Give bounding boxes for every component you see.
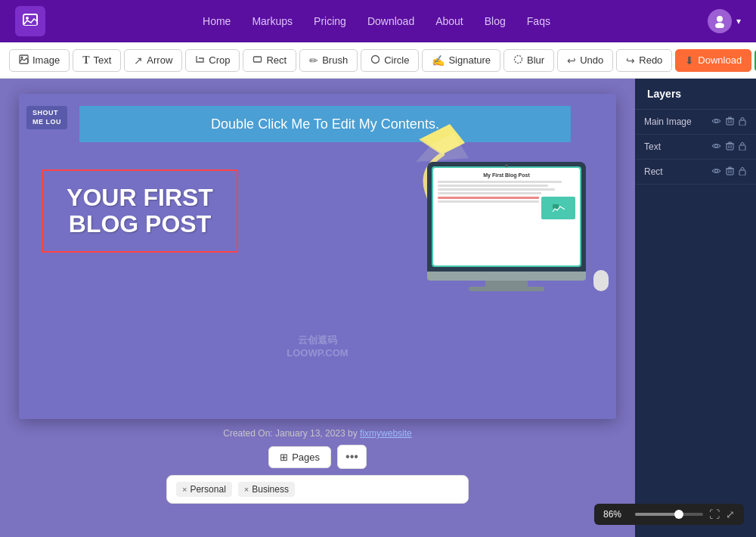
tag-personal[interactable]: × Personal bbox=[176, 482, 232, 497]
svg-point-15 bbox=[715, 120, 718, 123]
layer-actions-text bbox=[711, 141, 747, 153]
layer-rect[interactable]: Rect bbox=[635, 160, 756, 185]
nav-faqs[interactable]: Faqs bbox=[527, 15, 550, 27]
svg-rect-14 bbox=[553, 204, 559, 209]
logo[interactable] bbox=[15, 6, 45, 36]
redo-button[interactable]: ↪ Redo bbox=[616, 49, 672, 72]
svg-point-2 bbox=[717, 16, 723, 22]
layer-actions-main bbox=[711, 116, 747, 128]
text-line2: BLOG POST bbox=[69, 211, 211, 237]
user-menu[interactable]: ▾ bbox=[708, 9, 741, 33]
arrow-label: Arrow bbox=[147, 54, 172, 66]
pages-label: Pages bbox=[292, 452, 320, 463]
svg-rect-16 bbox=[727, 119, 733, 125]
eye-icon[interactable] bbox=[711, 116, 722, 127]
layer-main-image[interactable]: Main Image bbox=[635, 110, 756, 135]
nav-blog[interactable]: Blog bbox=[485, 15, 506, 27]
text-label: Text bbox=[93, 54, 111, 66]
svg-point-3 bbox=[715, 23, 724, 28]
close-icon[interactable]: × bbox=[244, 485, 249, 494]
undo-button[interactable]: ↩ Undo bbox=[557, 49, 613, 72]
eye-icon[interactable] bbox=[711, 166, 722, 177]
arrow-icon: ↗ bbox=[134, 54, 143, 67]
trash-icon[interactable] bbox=[725, 166, 735, 178]
undo-icon: ↩ bbox=[567, 54, 576, 67]
blur-tool[interactable]: Blur bbox=[503, 49, 554, 72]
close-icon[interactable]: × bbox=[182, 485, 187, 494]
svg-rect-23 bbox=[727, 144, 733, 150]
avatar bbox=[708, 9, 732, 33]
tag-personal-label: Personal bbox=[190, 484, 225, 495]
zoom-track bbox=[635, 513, 676, 516]
nav-home[interactable]: Home bbox=[203, 15, 231, 27]
pages-button[interactable]: ⊞ Pages bbox=[268, 446, 331, 468]
download-button[interactable]: ⬇ Download bbox=[675, 49, 751, 72]
text-tool[interactable]: T Text bbox=[73, 49, 121, 72]
redo-label: Redo bbox=[639, 54, 662, 66]
download-label: Download bbox=[698, 54, 742, 66]
signature-icon: ✍ bbox=[432, 54, 445, 67]
layer-name-main: Main Image bbox=[644, 116, 711, 127]
brush-tool[interactable]: ✏ Brush bbox=[299, 49, 358, 72]
redo-icon: ↪ bbox=[626, 54, 635, 67]
tag-business[interactable]: × Business bbox=[238, 482, 295, 497]
canvas[interactable]: SHOUT ME LOU Double Click Me To Edit My … bbox=[19, 94, 616, 419]
image-label: Image bbox=[33, 54, 60, 66]
tag-business-label: Business bbox=[252, 484, 289, 495]
layer-actions-rect bbox=[711, 166, 747, 178]
crop-tool[interactable]: Crop bbox=[185, 49, 240, 72]
svg-rect-4 bbox=[20, 55, 28, 64]
nav-markups[interactable]: Markups bbox=[252, 15, 293, 27]
canvas-footer: Created On: January 13, 2023 by fixmyweb… bbox=[223, 428, 411, 439]
footer-link[interactable]: fixmywebsite bbox=[360, 428, 412, 439]
expand-icon[interactable]: ⛶ bbox=[709, 508, 720, 520]
nav-pricing[interactable]: Pricing bbox=[314, 15, 346, 27]
nav-download[interactable]: Download bbox=[367, 15, 414, 27]
toolbar: Image T Text ↗ Arrow Crop Rect ✏ Brush C… bbox=[0, 42, 756, 79]
nav-links: Home Markups Pricing Download About Blog… bbox=[203, 15, 550, 27]
svg-point-7 bbox=[372, 55, 380, 63]
pages-row: ⊞ Pages ••• bbox=[268, 445, 367, 469]
layer-name-text: Text bbox=[644, 141, 711, 152]
trash-icon[interactable] bbox=[725, 141, 735, 153]
zoom-slider[interactable] bbox=[635, 513, 703, 516]
circle-tool[interactable]: Circle bbox=[361, 49, 419, 72]
text-line1: YOUR FIRST bbox=[67, 185, 213, 211]
canvas-logo: SHOUT ME LOU bbox=[26, 106, 67, 129]
arrow-tool[interactable]: ↗ Arrow bbox=[124, 49, 182, 72]
fullscreen-icon[interactable]: ⤢ bbox=[726, 508, 735, 520]
eye-icon[interactable] bbox=[711, 141, 722, 152]
rect-tool[interactable]: Rect bbox=[243, 49, 296, 72]
lock-icon[interactable] bbox=[738, 116, 747, 128]
image-tool[interactable]: Image bbox=[9, 49, 70, 72]
canvas-area: SHOUT ME LOU Double Click Me To Edit My … bbox=[0, 79, 635, 537]
lock-icon[interactable] bbox=[738, 141, 747, 153]
tags-row: × Personal × Business bbox=[166, 475, 469, 504]
crop-icon bbox=[195, 54, 205, 67]
svg-point-1 bbox=[26, 17, 29, 20]
zoom-thumb[interactable] bbox=[674, 510, 683, 519]
nav-about[interactable]: About bbox=[435, 15, 463, 27]
canvas-banner[interactable]: Double Click Me To Edit My Contents. bbox=[79, 106, 571, 142]
svg-point-22 bbox=[715, 144, 718, 147]
trash-icon[interactable] bbox=[725, 116, 735, 128]
more-icon: ••• bbox=[345, 450, 358, 463]
svg-point-29 bbox=[715, 169, 718, 172]
brush-icon: ✏ bbox=[309, 54, 318, 67]
brush-label: Brush bbox=[322, 54, 348, 66]
zoom-value: 86% bbox=[603, 509, 629, 520]
canvas-text-box[interactable]: YOUR FIRST BLOG POST bbox=[42, 169, 238, 253]
signature-tool[interactable]: ✍ Signature bbox=[422, 49, 500, 72]
svg-point-5 bbox=[21, 56, 23, 58]
laptop-decoration: My First Blog Post bbox=[427, 162, 586, 291]
svg-rect-30 bbox=[727, 169, 733, 175]
layer-text[interactable]: Text bbox=[635, 135, 756, 160]
lock-icon[interactable] bbox=[738, 166, 747, 178]
image-icon bbox=[19, 54, 29, 67]
main-layout: SHOUT ME LOU Double Click Me To Edit My … bbox=[0, 79, 756, 537]
more-options-button[interactable]: ••• bbox=[337, 445, 367, 469]
svg-rect-25 bbox=[729, 142, 732, 144]
zoom-bar: 86% ⛶ ⤢ bbox=[594, 504, 744, 525]
blur-icon bbox=[513, 54, 523, 67]
circle-icon bbox=[370, 54, 380, 67]
